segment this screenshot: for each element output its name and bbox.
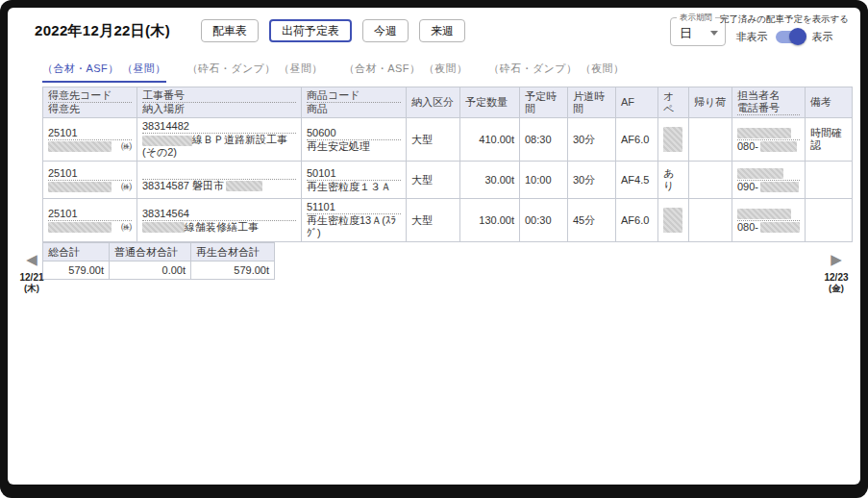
table-header-row: 得意先コード 得意先 工事番号 納入場所 商品コード 商品 納入区分 予定数量 … xyxy=(43,87,853,118)
col-af: AF xyxy=(616,87,658,118)
redacted-text xyxy=(737,209,791,219)
qty-cell: 410.00t xyxy=(460,118,520,162)
redacted-text xyxy=(760,141,797,152)
delivery-type-cell: 大型 xyxy=(407,118,460,162)
dispatch-table-button[interactable]: 配車表 xyxy=(201,19,259,42)
note-cell xyxy=(806,199,853,242)
af-cell: AF6.0 xyxy=(616,199,658,242)
prev-date-label: 12/21 xyxy=(13,272,50,283)
tab-gozai-asf-day[interactable]: （合材・ASF） （昼間） xyxy=(42,62,166,83)
redacted-text xyxy=(663,127,682,152)
customer-cell: 25101 ㈱ xyxy=(43,118,137,162)
af-cell: AF4.5 xyxy=(616,162,658,199)
shipping-schedule-button[interactable]: 出荷予定表 xyxy=(269,19,352,42)
summary-normal-value: 0.00t xyxy=(110,261,191,280)
redacted-text xyxy=(48,222,112,233)
prev-day-label: (木) xyxy=(13,283,50,295)
one-way-cell: 45分 xyxy=(568,199,616,242)
col-product: 商品コード 商品 xyxy=(302,87,407,118)
summary-value-row: 579.00t 0.00t 579.00t xyxy=(43,261,275,280)
qty-cell: 130.00t xyxy=(460,199,520,242)
this-week-button[interactable]: 今週 xyxy=(362,19,409,42)
completed-toggle-label: 完了済みの配車予定を表示する xyxy=(716,13,853,26)
summary-table: 総合計 普通合材合計 再生合材合計 579.00t 0.00t 579.00t xyxy=(42,242,275,280)
next-date-label: 12/23 xyxy=(818,272,855,283)
completed-toggle-group: 完了済みの配車予定を表示する 非表示 表示 xyxy=(716,13,853,44)
col-project: 工事番号 納入場所 xyxy=(137,87,302,118)
table-row[interactable]: 25101 ㈱ 38314587 磐田市 50101 再生密粒度１３Ａ 大型 3… xyxy=(43,162,853,199)
summary-total-value: 579.00t xyxy=(43,261,110,280)
completed-toggle-switch[interactable] xyxy=(776,31,805,43)
contact-cell: 090- xyxy=(732,162,806,199)
col-qty: 予定数量 xyxy=(460,87,520,118)
col-return-load: 帰り荷 xyxy=(689,87,732,118)
col-contact: 担当者名 電話番号 xyxy=(732,87,806,118)
page-title: 2022年12月22日(木) xyxy=(35,22,170,40)
time-cell: 10:00 xyxy=(520,162,568,199)
return-load-cell xyxy=(689,118,732,162)
one-way-cell: 30分 xyxy=(568,162,616,199)
summary-recycled-label: 再生合材合計 xyxy=(191,243,275,261)
prev-arrow-icon[interactable]: ◀ xyxy=(13,251,50,268)
summary-total-label: 総合計 xyxy=(43,243,110,261)
summary-normal-label: 普通合材合計 xyxy=(110,243,191,261)
next-week-button[interactable]: 来週 xyxy=(419,19,465,42)
col-one-way: 片道時間 xyxy=(568,87,616,118)
col-time: 予定時間 xyxy=(520,87,568,118)
redacted-text xyxy=(663,208,682,233)
col-ope: オペ xyxy=(658,87,689,118)
redacted-text xyxy=(760,182,799,192)
window-frame: 2022年12月22日(木) 配車表 出荷予定表 今週 来週 表示期間 日 完了… xyxy=(0,0,868,498)
ope-cell xyxy=(658,118,689,162)
one-way-cell: 30分 xyxy=(568,118,616,162)
tab-saiseki-dump-day[interactable]: （砕石・ダンプ） （昼間） xyxy=(187,62,323,83)
col-note: 備考 xyxy=(806,87,853,118)
redacted-text xyxy=(142,222,185,233)
customer-cell: 25101 ㈱ xyxy=(43,199,137,242)
col-customer: 得意先コード 得意先 xyxy=(43,87,137,118)
toggle-knob-icon xyxy=(789,28,806,45)
project-cell: 38314564 線舗装修繕工事 xyxy=(137,199,302,242)
table-row[interactable]: 25101 ㈱ 38314482 線ＢＰ道路新設工事(その2) 50600 再生… xyxy=(43,118,853,162)
return-load-cell xyxy=(689,199,732,242)
topbar: 2022年12月22日(木) 配車表 出荷予定表 今週 来週 xyxy=(35,19,465,42)
next-day-label: (金) xyxy=(818,283,855,295)
redacted-text xyxy=(142,136,192,146)
display-period-label: 表示期間 xyxy=(677,12,715,24)
tab-saiseki-dump-night[interactable]: （砕石・ダンプ） （夜間） xyxy=(488,62,624,83)
toggle-on-label: 表示 xyxy=(812,30,833,44)
redacted-text xyxy=(48,141,112,152)
redacted-text xyxy=(737,168,783,179)
prev-day-nav: ◀ 12/21 (木) xyxy=(13,251,50,295)
contact-cell: 080- xyxy=(732,118,806,162)
return-load-cell xyxy=(689,162,732,199)
redacted-text xyxy=(226,181,262,191)
app-screen: 2022年12月22日(木) 配車表 出荷予定表 今週 来週 表示期間 日 完了… xyxy=(8,8,860,485)
toggle-off-label: 非表示 xyxy=(736,30,768,44)
redacted-text xyxy=(737,128,791,138)
schedule-area: 得意先コード 得意先 工事番号 納入場所 商品コード 商品 納入区分 予定数量 … xyxy=(42,87,853,280)
af-cell: AF6.0 xyxy=(616,118,658,162)
product-cell: 51101 再生密粒度13Ａ(ｽﾗｸﾞ) xyxy=(302,199,407,242)
project-cell: 38314587 磐田市 xyxy=(137,162,302,199)
schedule-table: 得意先コード 得意先 工事番号 納入場所 商品コード 商品 納入区分 予定数量 … xyxy=(42,87,853,242)
delivery-type-cell: 大型 xyxy=(407,199,460,242)
note-cell: 時間確認 xyxy=(806,118,853,162)
ope-cell xyxy=(658,199,689,242)
ope-cell: あり xyxy=(658,162,689,199)
product-cell: 50600 再生安定処理 xyxy=(302,118,407,162)
note-cell xyxy=(806,162,853,199)
product-cell: 50101 再生密粒度１３Ａ xyxy=(302,162,407,199)
summary-header-row: 総合計 普通合材合計 再生合材合計 xyxy=(43,243,275,261)
col-delivery-type: 納入区分 xyxy=(407,87,460,118)
table-row[interactable]: 25101 ㈱ 38314564 線舗装修繕工事 51101 再生密粒度13Ａ(… xyxy=(43,199,853,242)
next-day-nav: ▶ 12/23 (金) xyxy=(818,251,855,295)
redacted-text xyxy=(760,222,800,233)
summary-recycled-value: 579.00t xyxy=(191,261,275,280)
time-cell: 08:30 xyxy=(520,118,568,162)
customer-cell: 25101 ㈱ xyxy=(43,162,137,199)
next-arrow-icon[interactable]: ▶ xyxy=(818,251,855,268)
category-tabs: （合材・ASF） （昼間） （砕石・ダンプ） （昼間） （合材・ASF） （夜間… xyxy=(42,62,624,83)
redacted-text xyxy=(48,182,112,192)
tab-gozai-asf-night[interactable]: （合材・ASF） （夜間） xyxy=(344,62,468,83)
